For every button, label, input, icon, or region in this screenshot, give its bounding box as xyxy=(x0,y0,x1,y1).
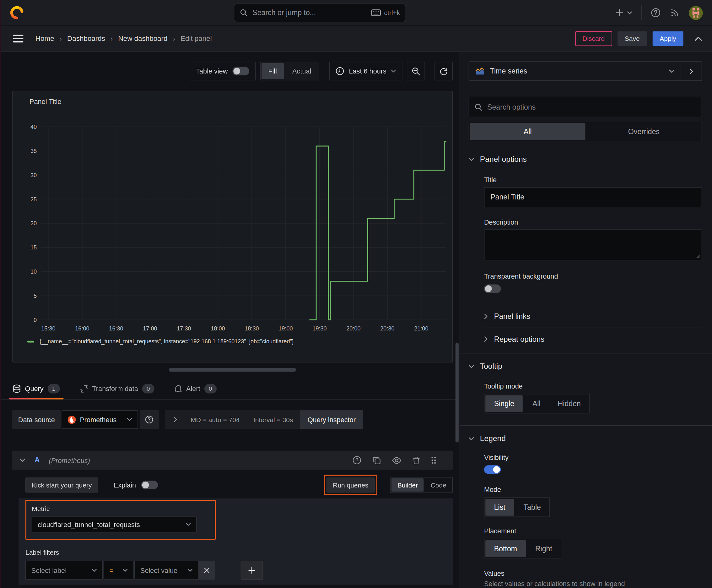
query-inspector-button[interactable]: Query inspector xyxy=(300,410,363,429)
metric-select[interactable]: cloudflared_tunnel_total_requests xyxy=(32,517,196,533)
vertical-scrollbar[interactable] xyxy=(455,343,459,443)
panel-options-header[interactable]: Panel options xyxy=(469,155,702,164)
legend-bottom-option[interactable]: Bottom xyxy=(486,540,525,557)
news-rss-icon[interactable] xyxy=(670,8,679,18)
svg-text:16:30: 16:30 xyxy=(109,326,123,332)
tab-overrides[interactable]: Overrides xyxy=(586,122,701,141)
delete-query-icon[interactable] xyxy=(412,456,420,464)
builder-code-segmented: Builder Code xyxy=(390,477,453,493)
operator-dropdown[interactable]: = xyxy=(104,561,133,580)
query-help-icon[interactable] xyxy=(352,456,361,465)
toggle-visibility-icon[interactable] xyxy=(392,457,401,464)
clock-icon xyxy=(336,67,344,76)
query-ref-id: A xyxy=(35,456,40,464)
add-filter-button[interactable] xyxy=(241,561,263,580)
panel-title-input[interactable]: Panel Title xyxy=(484,187,702,207)
description-textarea[interactable] xyxy=(484,229,702,260)
visualization-select[interactable]: Time series xyxy=(469,62,681,80)
options-search-input[interactable]: Search options xyxy=(469,97,702,117)
query-count-badge: 1 xyxy=(48,384,60,393)
grafana-logo-icon[interactable] xyxy=(9,5,24,20)
legend-list-option[interactable]: List xyxy=(486,499,514,516)
kick-start-button[interactable]: Kick start your query xyxy=(25,478,98,492)
legend-table-option[interactable]: Table xyxy=(515,498,549,517)
query-row-header[interactable]: A (Prometheus) xyxy=(12,451,453,470)
remove-filter-button[interactable] xyxy=(198,561,215,580)
visualization-suggestions-button[interactable] xyxy=(681,62,702,80)
apply-button[interactable]: Apply xyxy=(652,31,684,46)
select-label-dropdown[interactable]: Select label xyxy=(25,561,103,580)
category-divider xyxy=(460,425,712,426)
svg-text:0: 0 xyxy=(34,317,37,323)
tooltip-single-option[interactable]: Single xyxy=(486,395,523,412)
user-avatar[interactable] xyxy=(689,6,703,20)
data-source-picker[interactable]: Prometheus xyxy=(62,410,138,429)
refresh-button[interactable] xyxy=(434,62,453,80)
transparent-bg-toggle[interactable] xyxy=(484,284,501,293)
legend-right-option[interactable]: Right xyxy=(526,539,561,558)
breadcrumb-dashboards[interactable]: Dashboards xyxy=(67,35,105,43)
select-value-dropdown[interactable]: Select value xyxy=(134,561,198,580)
resize-handle-icon[interactable] xyxy=(696,254,700,258)
query-ref-datasource: (Prometheus) xyxy=(49,456,90,464)
table-view-toggle[interactable] xyxy=(232,67,249,76)
options-pane: Time series Search options All Overrides xyxy=(459,52,712,588)
svg-text:16:00: 16:00 xyxy=(75,326,89,332)
label-filter-row: Select label = Select value xyxy=(25,561,453,580)
chevron-down-icon xyxy=(92,569,97,572)
legend-placement-segmented: Bottom Right xyxy=(484,539,561,558)
svg-text:19:00: 19:00 xyxy=(278,326,293,332)
explain-toggle[interactable] xyxy=(141,481,158,489)
panel-resize-handle[interactable] xyxy=(169,368,296,372)
help-icon[interactable] xyxy=(651,8,661,18)
zoom-out-button[interactable] xyxy=(407,62,425,80)
tooltip-all-option[interactable]: All xyxy=(524,394,549,413)
svg-text:21:00: 21:00 xyxy=(414,326,428,332)
tab-all[interactable]: All xyxy=(470,123,585,140)
tab-transform-data[interactable]: Transform data 0 xyxy=(80,378,154,399)
tooltip-hidden-option[interactable]: Hidden xyxy=(549,394,589,413)
legend-visibility-toggle[interactable] xyxy=(484,465,501,474)
tooltip-mode-segmented: Single All Hidden xyxy=(484,394,590,413)
svg-text:18:30: 18:30 xyxy=(244,326,259,332)
add-button[interactable] xyxy=(615,8,632,17)
svg-text:20:00: 20:00 xyxy=(346,326,360,332)
builder-option[interactable]: Builder xyxy=(391,478,424,491)
code-option[interactable]: Code xyxy=(425,478,452,492)
actual-option[interactable]: Actual xyxy=(285,62,319,80)
global-search-input[interactable]: Search or jump to... ctrl+k xyxy=(234,3,406,22)
data-source-help-button[interactable] xyxy=(140,410,159,429)
chevron-down-icon xyxy=(469,365,474,369)
time-range-picker[interactable]: Last 6 hours xyxy=(329,62,402,80)
panel-toolbar: Table view Fill Actual Last 6 hours xyxy=(0,61,459,81)
panel-links-section[interactable]: Panel links xyxy=(484,305,702,328)
menu-icon[interactable] xyxy=(13,34,24,43)
transparent-bg-label: Transparent background xyxy=(484,272,702,280)
label-filters-label: Label filters xyxy=(25,549,453,556)
tab-alert[interactable]: Alert 0 xyxy=(174,378,216,399)
run-queries-button[interactable]: Run queries xyxy=(326,478,375,492)
legend-header[interactable]: Legend xyxy=(469,435,702,443)
duplicate-query-icon[interactable] xyxy=(372,456,381,464)
database-icon xyxy=(13,384,21,393)
breadcrumb-new-dashboard[interactable]: New dashboard xyxy=(118,35,167,43)
breadcrumb-home[interactable]: Home xyxy=(36,35,54,43)
discard-button[interactable]: Discard xyxy=(575,31,612,46)
run-queries-highlight: Run queries xyxy=(324,475,377,495)
svg-text:17:30: 17:30 xyxy=(177,326,191,332)
tab-query[interactable]: Query 1 xyxy=(13,378,60,399)
save-button[interactable]: Save xyxy=(618,31,647,46)
repeat-options-section[interactable]: Repeat options xyxy=(484,328,702,350)
legend-series-label[interactable]: {__name__="cloudflared_tunnel_total_requ… xyxy=(40,339,294,345)
svg-text:17:00: 17:00 xyxy=(143,326,157,332)
query-options-strip[interactable]: MD = auto = 704 Interval = 30s xyxy=(165,410,301,429)
drag-handle-icon[interactable] xyxy=(431,456,436,464)
tooltip-header[interactable]: Tooltip xyxy=(469,362,702,371)
visualization-panel: Panel Title 051015202530354015:3016:0016… xyxy=(12,91,453,362)
table-view-control: Table view xyxy=(190,62,256,80)
transform-count-badge: 0 xyxy=(142,384,154,393)
topbar-divider xyxy=(641,5,641,20)
collapse-options-icon[interactable] xyxy=(695,37,702,41)
fill-option[interactable]: Fill xyxy=(261,63,284,79)
legend-values-hint: Select values or calculations to show in… xyxy=(484,580,702,588)
